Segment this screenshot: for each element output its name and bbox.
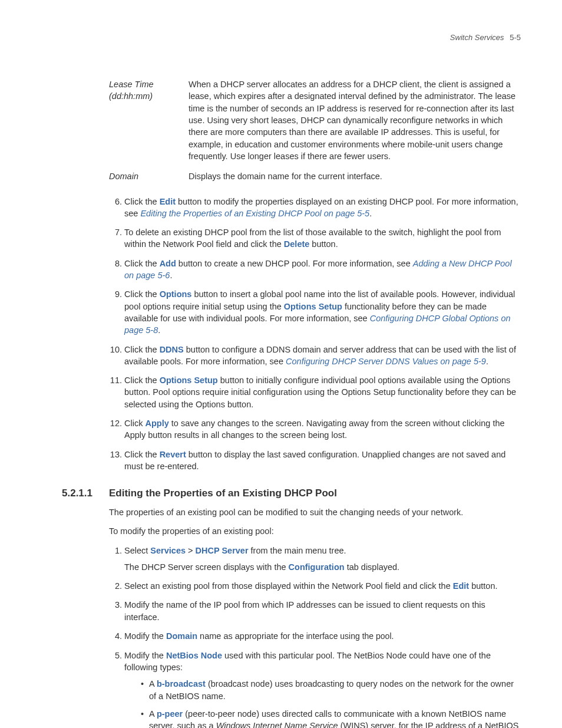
section-heading: 5.2.1.1 Editing the Properties of an Exi…	[62, 486, 521, 500]
p-peer-ref: p-peer	[157, 709, 183, 719]
edit-button-ref: Edit	[453, 581, 469, 591]
edit-button-ref: Edit	[160, 197, 176, 206]
edit-step-1: 1. Select Services > DHCP Server from th…	[109, 545, 521, 574]
def-domain-desc: Displays the domain name for the current…	[189, 170, 521, 182]
step-6: 6. Click the Edit button to modify the p…	[109, 196, 521, 220]
bullet-b-broadcast: • A b-broadcast (broadcast node) uses br…	[141, 678, 521, 702]
def-leasetime-desc: When a DHCP server allocates an address …	[189, 78, 521, 162]
step-9: 9. Click the Options button to insert a …	[109, 288, 521, 336]
step-num: 8.	[109, 258, 122, 282]
section-intro-2: To modify the properties of an existing …	[109, 525, 521, 537]
step-num: 11.	[109, 374, 122, 410]
step-12: 12. Click Apply to save any changes to t…	[109, 417, 521, 442]
page-header: Switch Services 5-5	[62, 32, 521, 43]
domain-field-ref: Domain	[166, 631, 197, 641]
dhcp-server-menu-ref: DHCP Server	[196, 546, 249, 555]
wins-ref: Windows Internet Name Service	[216, 721, 338, 728]
procedure-list: 6. Click the Edit button to modify the p…	[109, 196, 521, 473]
link-edit-pool[interactable]: Editing the Properties of an Existing DH…	[140, 209, 369, 218]
step-num: 10.	[109, 344, 122, 368]
bullet-p-peer: • A p-peer (peer-to-peer node) uses dire…	[141, 708, 521, 728]
def-leasetime-label: Lease Time (dd:hh:mm)	[109, 78, 189, 162]
step-num: 1.	[109, 545, 122, 574]
step-11: 11. Click the Options Setup button to in…	[109, 374, 521, 410]
bullet-icon: •	[141, 678, 149, 702]
bullet-icon: •	[141, 708, 149, 728]
netbios-types-list: • A b-broadcast (broadcast node) uses br…	[141, 678, 521, 728]
services-menu-ref: Services	[150, 546, 186, 555]
step-num: 4.	[109, 630, 122, 643]
step-num: 5.	[109, 650, 122, 728]
section-number: 5.2.1.1	[62, 486, 109, 500]
step-num: 7.	[109, 226, 122, 251]
options-setup-button-ref: Options Setup	[160, 375, 218, 385]
edit-step-2: 2. Select an existing pool from those di…	[109, 580, 521, 592]
header-page: 5-5	[510, 33, 521, 42]
section-intro-1: The properties of an existing pool can b…	[109, 506, 521, 518]
edit-step-4: 4. Modify the Domain name as appropriate…	[109, 630, 521, 643]
edit-step-5: 5. Modify the NetBios Node used with thi…	[109, 650, 521, 728]
def-domain-label: Domain	[109, 170, 189, 182]
header-title: Switch Services	[450, 33, 504, 42]
definition-list: Lease Time (dd:hh:mm) When a DHCP server…	[109, 78, 521, 182]
add-button-ref: Add	[160, 259, 176, 268]
step-8: 8. Click the Add button to create a new …	[109, 258, 521, 282]
netbios-node-ref: NetBios Node	[166, 651, 222, 660]
step-num: 6.	[109, 196, 122, 220]
edit-procedure-list: 1. Select Services > DHCP Server from th…	[109, 545, 521, 728]
step-num: 2.	[109, 580, 122, 592]
link-ddns[interactable]: Configuring DHCP Server DDNS Values on p…	[286, 357, 486, 366]
delete-button-ref: Delete	[284, 239, 310, 249]
apply-button-ref: Apply	[145, 419, 168, 428]
step-num: 13.	[109, 449, 122, 473]
step-num: 12.	[109, 417, 122, 442]
step-7: 7. To delete an existing DHCP pool from …	[109, 226, 521, 251]
configuration-tab-ref: Configuration	[289, 562, 345, 572]
step-num: 3.	[109, 599, 122, 623]
options-button-ref: Options	[160, 289, 192, 299]
b-broadcast-ref: b-broadcast	[157, 679, 206, 689]
revert-button-ref: Revert	[160, 450, 186, 459]
step-num: 9.	[109, 288, 122, 336]
step-10: 10. Click the DDNS button to configure a…	[109, 344, 521, 368]
edit-step-3: 3. Modify the name of the IP pool from w…	[109, 599, 521, 623]
section-title: Editing the Properties of an Existing DH…	[109, 486, 337, 500]
ddns-button-ref: DDNS	[160, 345, 184, 354]
step-13: 13. Click the Revert button to display t…	[109, 449, 521, 473]
options-setup-ref: Options Setup	[284, 302, 342, 311]
